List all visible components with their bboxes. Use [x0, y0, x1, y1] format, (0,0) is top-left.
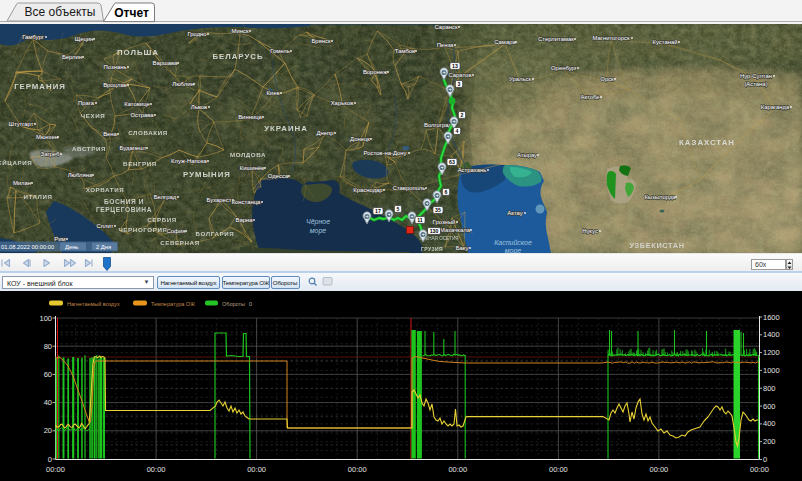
svg-text:Саранск: Саранск [435, 24, 458, 30]
svg-text:35: 35 [435, 207, 441, 213]
svg-text:ИТАЛИЯ: ИТАЛИЯ [23, 193, 52, 200]
svg-text:Бухарест: Бухарест [206, 197, 231, 203]
svg-text:Магнитогорск: Магнитогорск [593, 35, 630, 41]
svg-text:Будапешт: Будапешт [119, 145, 146, 151]
svg-text:Харьков: Харьков [331, 100, 354, 106]
svg-text:Актау: Актау [507, 210, 522, 216]
svg-text:3: 3 [458, 81, 461, 87]
svg-text:море: море [310, 227, 327, 235]
svg-text:00:00: 00:00 [46, 465, 65, 474]
svg-text:ГРУЗИЯ: ГРУЗИЯ [421, 246, 443, 252]
svg-text:ЧЕХИЯ: ЧЕХИЯ [81, 112, 106, 119]
svg-text:Баку: Баку [456, 245, 469, 251]
svg-text:Кишинёв: Кишинёв [240, 165, 264, 171]
svg-text:Саратов: Саратов [448, 72, 471, 78]
svg-text:Вроцлав: Вроцлав [103, 82, 127, 88]
svg-text:СЕРБИЯ: СЕРБИЯ [147, 216, 177, 223]
svg-text:Все объекты: Все объекты [25, 5, 96, 19]
svg-text:Одесса: Одесса [268, 173, 289, 179]
svg-text:(Астана): (Астана) [744, 81, 767, 87]
svg-text:Ставрополь: Ставрополь [393, 185, 426, 191]
svg-text:0: 0 [48, 455, 52, 464]
svg-text:130: 130 [430, 228, 439, 234]
svg-text:ЧЕРНОГОРИЯ: ЧЕРНОГОРИЯ [118, 226, 167, 233]
svg-text:800: 800 [763, 384, 776, 393]
svg-text:Махачкала: Махачкала [440, 227, 471, 233]
svg-text:София: София [167, 228, 186, 234]
svg-text:Грозный: Грозный [433, 219, 456, 225]
svg-text:МОЛДОВА: МОЛДОВА [230, 151, 266, 158]
svg-text:Гамбург: Гамбург [22, 34, 44, 40]
svg-text:Краснодар: Краснодар [353, 187, 383, 193]
svg-text:Караганда: Караганда [761, 104, 790, 110]
svg-text:ГЕРМАНИЯ: ГЕРМАНИЯ [14, 82, 66, 91]
svg-text:УКРАИНА: УКРАИНА [264, 124, 308, 133]
svg-text:СЛОВАКИЯ: СЛОВАКИЯ [128, 129, 168, 136]
svg-text:Нагнетаемый воздух: Нагнетаемый воздух [67, 301, 120, 307]
svg-text:Познань: Познань [104, 64, 127, 70]
svg-text:Минск: Минск [232, 28, 249, 34]
svg-text:БОЛГАРИЯ: БОЛГАРИЯ [196, 230, 235, 237]
svg-text:11: 11 [417, 217, 423, 223]
svg-text:40: 40 [44, 398, 52, 407]
svg-text:Самара: Самара [494, 39, 516, 45]
svg-text:Мюнхен: Мюнхен [36, 134, 58, 140]
svg-text:Львов: Львов [191, 104, 207, 110]
svg-text:1000: 1000 [763, 366, 780, 375]
svg-text:Рим: Рим [54, 236, 65, 242]
svg-text:200: 200 [763, 437, 776, 446]
svg-text:СЕВЕРНАЯ: СЕВЕРНАЯ [160, 239, 200, 246]
svg-text:00:00: 00:00 [147, 465, 166, 474]
svg-text:Киев: Киев [266, 90, 279, 96]
svg-text:АВСТРИЯ: АВСТРИЯ [72, 145, 106, 152]
svg-text:Астрахань: Астрахань [458, 167, 487, 173]
svg-text:Уральск: Уральск [509, 76, 531, 82]
svg-text:00:00: 00:00 [247, 465, 266, 474]
svg-text:Штутгарт: Штутгарт [9, 121, 34, 127]
svg-text:Пенза: Пенза [437, 42, 454, 48]
svg-text:Варна: Варна [235, 217, 253, 223]
svg-text:00:00: 00:00 [348, 465, 367, 474]
svg-text:КАЗАХСТАН: КАЗАХСТАН [679, 138, 735, 147]
svg-text:Гомель: Гомель [270, 48, 290, 54]
svg-text:Тамбов: Тамбов [395, 48, 415, 54]
svg-text:Кустанай: Кустанай [653, 39, 678, 45]
svg-text:00:00: 00:00 [650, 465, 669, 474]
svg-text:Нукус: Нукус [582, 228, 598, 234]
svg-text:1200: 1200 [763, 348, 780, 357]
svg-text:2 Дня: 2 Дня [96, 244, 111, 250]
svg-text:63: 63 [449, 159, 455, 165]
svg-text:Чёрное: Чёрное [306, 218, 330, 226]
svg-text:Стерлитамак: Стерлитамак [538, 36, 574, 42]
svg-text:0: 0 [763, 455, 767, 464]
svg-text:Сплит: Сплит [97, 223, 114, 229]
svg-text:УЗБЕКИСТАН: УЗБЕКИСТАН [629, 241, 684, 250]
svg-text:Обороты: Обороты [222, 301, 245, 307]
svg-text:Кызылорда: Кызылорда [644, 194, 676, 200]
svg-text:4: 4 [456, 128, 459, 134]
svg-text:Гродно: Гродно [187, 31, 207, 37]
svg-text:Острава: Острава [130, 112, 154, 118]
svg-text:20: 20 [44, 426, 52, 435]
svg-text:Клуж-Напока: Клуж-Напока [171, 158, 207, 164]
svg-text:01.08.2022 00:00:00: 01.08.2022 00:00:00 [1, 244, 54, 250]
svg-text:100: 100 [39, 314, 52, 323]
svg-text:Щецин: Щецин [75, 36, 94, 42]
svg-text:БОСНИЯ И: БОСНИЯ И [104, 198, 144, 205]
svg-text:Донецк: Донецк [350, 136, 370, 142]
svg-text:00:00: 00:00 [448, 465, 467, 474]
svg-text:Вена: Вена [103, 131, 117, 137]
svg-text:Милан: Милан [13, 180, 31, 186]
svg-text:Берлин: Берлин [62, 54, 82, 60]
svg-text:2: 2 [461, 112, 464, 118]
svg-text:Каспийское: Каспийское [494, 239, 532, 246]
svg-text:Катовице: Катовице [124, 101, 150, 107]
svg-text:Брянск: Брянск [311, 38, 330, 44]
svg-text:Констанца: Констанца [232, 199, 261, 205]
svg-text:День: День [65, 244, 78, 250]
svg-text:17: 17 [375, 208, 381, 214]
svg-text:РУМЫНИЯ: РУМЫНИЯ [183, 170, 231, 179]
svg-text:Люблин: Люблин [172, 81, 193, 87]
svg-text:Ростов-на-Дону: Ростов-на-Дону [364, 150, 407, 156]
svg-text:60: 60 [44, 370, 52, 379]
